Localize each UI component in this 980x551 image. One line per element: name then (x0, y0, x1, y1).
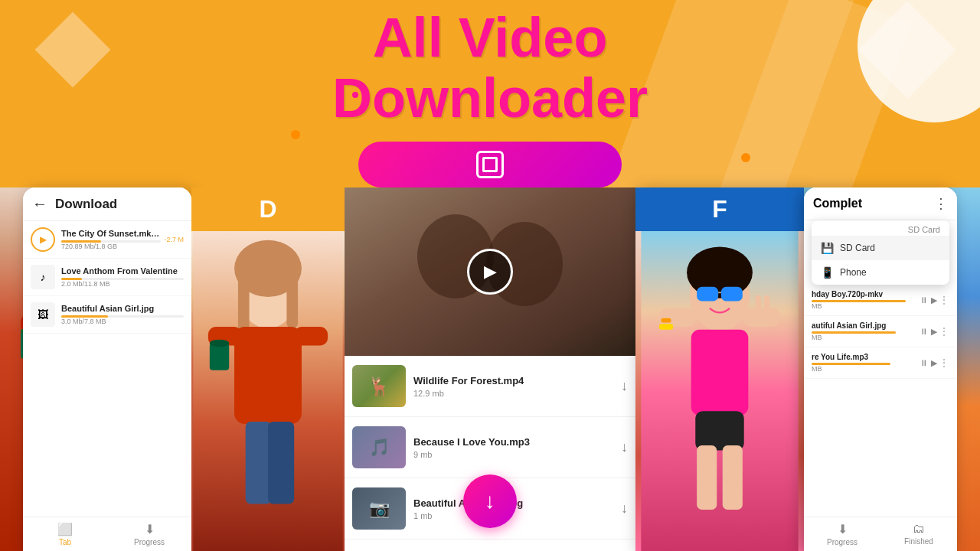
completed-name-1: autiful Asian Girl.jpg (812, 321, 916, 330)
download-item-0: ▶ The City Of Sunset.mkv-1080p 720.89 Mb… (23, 221, 191, 259)
dot-1 (291, 130, 300, 139)
item-name-2: Beautiful Asian Girl.jpg (61, 304, 184, 313)
dl-arrow-0[interactable]: ↓ (621, 378, 628, 394)
download-fab-icon: ↓ (485, 489, 495, 514)
progress-icon: ⬇ (145, 522, 155, 536)
progress-label-right: Progress (827, 538, 858, 546)
completed-size-0: MB (812, 302, 916, 310)
tab-icon: ⬜ (57, 522, 73, 536)
item-menu-1[interactable]: ⋮ (939, 325, 949, 337)
sd-dropdown-title: SD Card (812, 220, 949, 236)
completed-name-2: re You Life.mp3 (812, 353, 916, 361)
item-info-2: Beautiful Asian Girl.jpg 3.0 Mb/7.8 MB (61, 304, 184, 325)
girl-f-illustration (635, 231, 804, 551)
f-header: F (635, 187, 804, 231)
left-screen-footer: ⬜ Tab ⬇ Progress (23, 517, 191, 551)
dl-name-0: Wildlife For Forest.mp4 (413, 375, 621, 386)
next-icon-1[interactable]: ▶ (931, 327, 937, 337)
item-name-0: The City Of Sunset.mkv-1080p (61, 229, 161, 238)
item-speed-0: -2.7 M (164, 236, 184, 243)
progress-label: Progress (134, 538, 165, 546)
music-thumbnail: 🎵 (352, 426, 406, 468)
tab-label: Tab (59, 538, 71, 546)
play-icon-0: ▶ (40, 234, 47, 245)
completed-item-0: hday Boy.720p-mkv MB ⏸ ▶ ⋮ (804, 285, 957, 316)
download-title: Download (55, 197, 117, 212)
next-icon-0[interactable]: ▶ (931, 295, 937, 305)
sdcard-label: SD Card (840, 243, 875, 253)
music-icon-1: ♪ (31, 265, 55, 289)
item-info-0: The City Of Sunset.mkv-1080p 720.89 Mb/1… (61, 229, 161, 250)
next-icon-2[interactable]: ▶ (931, 358, 937, 368)
url-bar[interactable] (358, 142, 622, 187)
sd-option-sdcard[interactable]: 💾 SD Card (812, 236, 949, 260)
screen-center: ▶ Wildlife For Forest.mp4 12.9 mb ↓ 🎵 (345, 187, 635, 551)
svg-rect-37 (294, 327, 328, 345)
svg-rect-41 (268, 422, 294, 504)
menu-dots-icon[interactable]: ⋮ (934, 195, 948, 212)
girl-d-illustration (191, 231, 345, 551)
item-name-1: Love Anthom From Valentine (61, 266, 184, 276)
dot-2 (741, 153, 750, 162)
screen-download: ← Download ▶ The City Of Sunset.mkv-1080… (23, 187, 191, 551)
item-size-1: 2.0 Mb/11.8 MB (61, 280, 184, 288)
footer-tab[interactable]: ⬜ Tab (23, 522, 107, 546)
completed-item-2: re You Life.mp3 MB ⏸ ▶ ⋮ (804, 347, 957, 379)
sd-option-phone[interactable]: 📱 Phone (812, 260, 949, 285)
finished-label: Finished (904, 537, 933, 546)
item-menu-2[interactable]: ⋮ (939, 357, 949, 369)
footer-progress-right[interactable]: ⬇ Progress (804, 522, 880, 546)
completed-info-1: autiful Asian Girl.jpg MB (812, 321, 916, 341)
completed-size-1: MB (812, 334, 916, 341)
download-item-1: ♪ Love Anthom From Valentine 2.0 Mb/11.8… (23, 259, 191, 296)
image-icon-2: 🖼 (31, 302, 55, 327)
camera-thumbnail: 📷 (352, 487, 406, 530)
f-letter: F (712, 195, 727, 223)
completed-actions-2: ⏸ ▶ (920, 358, 937, 368)
pause-icon-0[interactable]: ⏸ (920, 295, 928, 305)
completed-actions-1: ⏸ ▶ (920, 327, 937, 337)
dl-size-1: 9 mb (413, 450, 621, 459)
svg-point-48 (687, 247, 753, 298)
play-button-center[interactable]: ▶ (467, 249, 513, 295)
item-menu-0[interactable]: ⋮ (939, 294, 949, 306)
svg-rect-55 (756, 295, 761, 311)
svg-rect-61 (661, 318, 671, 323)
phone-icon: 📱 (821, 266, 834, 279)
play-triangle-icon: ▶ (484, 262, 497, 282)
completed-footer: ⬇ Progress 🗂 Finished (804, 517, 957, 551)
sdcard-icon: 💾 (821, 242, 834, 254)
svg-point-39 (210, 340, 229, 347)
footer-progress[interactable]: ⬇ Progress (107, 522, 191, 546)
screen-d-panel: D (191, 187, 345, 551)
svg-rect-56 (764, 295, 769, 311)
svg-rect-57 (695, 411, 743, 450)
progress-icon-right: ⬇ (838, 522, 848, 536)
app-title-container: All Video Downloader (0, 8, 980, 129)
svg-rect-49 (697, 287, 718, 302)
play-button-0[interactable]: ▶ (31, 227, 55, 252)
screen-completed: Complet ⋮ SD Card 💾 SD Card 📱 Phone hday… (804, 187, 957, 551)
dl-arrow-1[interactable]: ↓ (621, 439, 628, 455)
completed-title: Complet (813, 197, 862, 210)
pause-icon-1[interactable]: ⏸ (920, 327, 928, 337)
d-header: D (191, 187, 345, 231)
pause-icon-2[interactable]: ⏸ (920, 358, 928, 368)
screen-f-panel: F (635, 187, 804, 551)
dl-info-1: Because I Love You.mp3 9 mb (413, 436, 621, 459)
svg-rect-60 (659, 324, 674, 329)
back-button[interactable]: ← (32, 195, 47, 213)
download-item-2: 🖼 Beautiful Asian Girl.jpg 3.0 Mb/7.8 MB (23, 296, 191, 334)
app-title: All Video Downloader (0, 8, 980, 129)
completed-info-0: hday Boy.720p-mkv MB (812, 290, 916, 310)
dl-arrow-2[interactable]: ↓ (621, 500, 628, 517)
deer-thumbnail (352, 365, 406, 407)
footer-finished[interactable]: 🗂 Finished (880, 522, 957, 546)
svg-rect-35 (234, 327, 302, 424)
url-bar-icon (476, 151, 504, 178)
download-header: ← Download (23, 187, 191, 221)
completed-item-1: autiful Asian Girl.jpg MB ⏸ ▶ ⋮ (804, 316, 957, 347)
download-fab[interactable]: ↓ (463, 474, 517, 528)
completed-header: Complet ⋮ (804, 187, 957, 220)
svg-rect-38 (210, 344, 229, 370)
